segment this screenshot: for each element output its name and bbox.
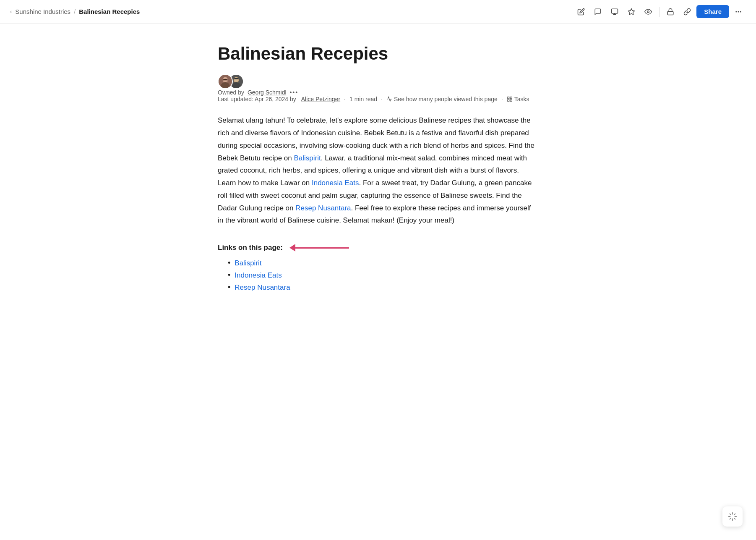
- arrow-annotation: [289, 244, 349, 252]
- breadcrumb-page-title: Balinesian Recepies: [79, 8, 140, 15]
- svg-rect-0: [612, 9, 618, 13]
- list-item: Indonesia Eats: [228, 271, 538, 280]
- updated-label: Last updated: Apr 26, 2024 by: [218, 96, 296, 102]
- tasks-icon: [507, 96, 513, 102]
- links-heading: Links on this page:: [218, 244, 283, 252]
- star-button[interactable]: [624, 4, 639, 19]
- body-paragraph: Selamat ulang tahun! To celebrate, let's…: [218, 114, 538, 227]
- workspace-name[interactable]: Sunshine Industries: [15, 8, 70, 15]
- links-list: Balispirit Indonesia Eats Resep Nusantar…: [228, 259, 538, 292]
- svg-point-6: [736, 11, 737, 12]
- view-stats-link[interactable]: See how many people viewed this page: [386, 96, 498, 102]
- breadcrumb-separator: /: [74, 8, 76, 15]
- comment-button[interactable]: [590, 4, 605, 19]
- svg-rect-17: [510, 100, 512, 101]
- chevron-down-icon[interactable]: ‹: [10, 8, 12, 15]
- owner-dots[interactable]: •••: [289, 89, 298, 96]
- toolbar-divider: [659, 7, 660, 17]
- meta-line-owner: Owned by Georg Schmidl •••: [218, 89, 529, 96]
- breadcrumb: ‹ Sunshine Industries / Balinesian Recep…: [10, 8, 140, 15]
- svg-point-2: [647, 10, 649, 13]
- meta-line-updated: Last updated: Apr 26, 2024 by Alice Petz…: [218, 96, 529, 102]
- arrow-line: [295, 247, 349, 249]
- view-button[interactable]: [641, 4, 656, 19]
- balispirit-link[interactable]: Balispirit: [235, 259, 261, 267]
- edit-button[interactable]: [574, 4, 589, 19]
- indonesia-eats-link[interactable]: Indonesia Eats: [235, 271, 282, 280]
- svg-point-5: [740, 11, 741, 12]
- svg-rect-18: [507, 100, 509, 101]
- updater-name-link[interactable]: Alice Petzinger: [301, 96, 340, 102]
- svg-rect-15: [507, 97, 509, 99]
- avatars: [218, 74, 244, 89]
- dot2: ·: [381, 96, 383, 102]
- owned-by-label: Owned by: [218, 89, 244, 96]
- links-section: Links on this page: Balispirit Indonesia…: [218, 244, 538, 292]
- read-time: 1 min read: [349, 96, 377, 102]
- video-button[interactable]: [607, 4, 622, 19]
- resep-nusantara-link[interactable]: Resep Nusantara: [235, 283, 290, 292]
- svg-marker-1: [628, 8, 635, 14]
- view-stats-text: See how many people viewed this page: [394, 96, 498, 102]
- svg-rect-3: [668, 11, 674, 15]
- resep-nusantara-link-inline[interactable]: Resep Nusantara: [295, 204, 351, 212]
- toolbar: Share: [574, 4, 746, 19]
- tasks-label: Tasks: [514, 96, 529, 102]
- balispirit-link-inline[interactable]: Balispirit: [294, 154, 321, 162]
- svg-rect-16: [510, 97, 512, 99]
- svg-point-4: [738, 11, 739, 12]
- meta-row: Owned by Georg Schmidl ••• Last updated:…: [218, 74, 538, 102]
- link-button[interactable]: [680, 4, 695, 19]
- indonesia-eats-link-inline[interactable]: Indonesia Eats: [312, 179, 359, 187]
- owner-name-link[interactable]: Georg Schmidl: [248, 89, 287, 96]
- dot3: ·: [501, 96, 503, 102]
- main-content: Balinesian Recepies: [198, 24, 558, 329]
- topbar: ‹ Sunshine Industries / Balinesian Recep…: [0, 0, 756, 24]
- share-button[interactable]: Share: [696, 5, 729, 18]
- links-header-row: Links on this page:: [218, 244, 538, 252]
- more-options-button[interactable]: [731, 4, 746, 19]
- chart-icon: [386, 96, 392, 102]
- tasks-button[interactable]: Tasks: [507, 96, 529, 102]
- lock-button[interactable]: [663, 4, 678, 19]
- list-item: Balispirit: [228, 259, 538, 267]
- meta-info: Owned by Georg Schmidl ••• Last updated:…: [218, 89, 529, 102]
- dot1: ·: [344, 96, 346, 102]
- list-item: Resep Nusantara: [228, 283, 538, 292]
- page-title: Balinesian Recepies: [218, 44, 538, 64]
